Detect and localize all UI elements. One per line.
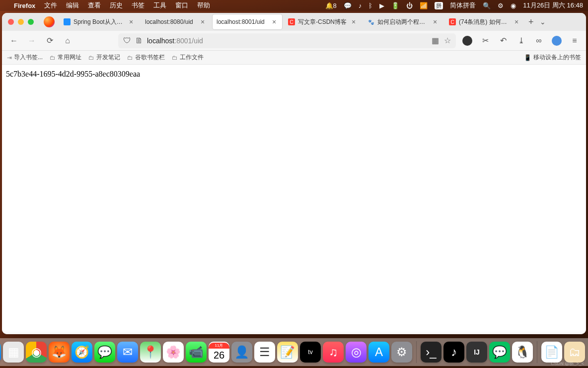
bookmark-star-icon[interactable]: ☆ (444, 36, 451, 45)
favicon-icon: 🐾 (368, 18, 374, 25)
tab-2-active[interactable]: localhost:8001/uid × (213, 14, 282, 29)
menubar-left: Firefox 文件 编辑 查看 历史 书签 工具 窗口 帮助 (5, 1, 210, 10)
qq-icon[interactable]: 🐧 (512, 342, 533, 363)
close-tab-icon[interactable]: × (350, 18, 358, 26)
wechat-dock-icon[interactable]: 💬 (489, 342, 510, 363)
minimize-window-button[interactable] (18, 19, 24, 25)
tiktok-dock-icon[interactable]: ♪ (443, 342, 464, 363)
close-tab-icon[interactable]: × (199, 18, 207, 26)
intellij-icon[interactable]: IJ (466, 342, 487, 363)
app-menu-icon[interactable]: ≡ (568, 34, 581, 47)
bookmark-folder-2[interactable]: 🗀谷歌书签栏 (127, 53, 165, 62)
input-method-label[interactable]: 简体拼音 (450, 1, 476, 10)
new-tab-button[interactable]: + (528, 17, 534, 27)
desktop-stack-icon[interactable]: 🗂 (564, 342, 585, 363)
address-bar[interactable]: 🛡 🗎 localhost:8001/uid ▦ ☆ (118, 33, 456, 48)
menu-edit[interactable]: 编辑 (66, 1, 79, 10)
import-bookmarks-label: 导入书签... (14, 53, 43, 62)
import-bookmarks-button[interactable]: ⇥ 导入书签... (7, 53, 43, 62)
bookmark-folder-3[interactable]: 🗀工作文件 (172, 53, 204, 62)
addr-security: 🛡 🗎 (123, 36, 143, 45)
mail-icon[interactable]: ✉ (117, 342, 138, 363)
bookmark-label: 谷歌书签栏 (135, 53, 165, 62)
datetime[interactable]: 11月26日 周六 16:48 (523, 1, 583, 10)
folder-icon: 🗀 (172, 54, 178, 61)
tab-0[interactable]: Spring Boot从入门到实战 × (60, 14, 139, 29)
calendar-icon[interactable]: 11月26 (209, 342, 229, 363)
menu-window[interactable]: 窗口 (175, 1, 188, 10)
music-icon[interactable]: ♫ (323, 342, 344, 363)
favicon-icon: C (288, 18, 295, 25)
user-icon[interactable]: ⏻ (406, 2, 413, 9)
launchpad-icon[interactable]: ▦ (3, 342, 24, 363)
reminders-icon[interactable]: ☰ (254, 342, 275, 363)
mobile-bookmarks-button[interactable]: 📱 移动设备上的书签 (524, 53, 581, 62)
tab-title: Spring Boot从入门到实战 (74, 18, 124, 26)
messages-icon[interactable]: 💬 (94, 342, 115, 363)
facetime-icon[interactable]: 📹 (186, 342, 207, 363)
wechat-status-icon[interactable]: 💬 (344, 2, 352, 9)
tab-1[interactable]: localhost:8080/uid × (141, 14, 211, 29)
firefox-dock-icon[interactable]: 🦊 (49, 342, 70, 363)
close-tab-icon[interactable]: × (270, 18, 278, 26)
tiktok-status-icon[interactable]: ♪ (359, 2, 362, 9)
photos-icon[interactable]: 🌸 (163, 342, 184, 363)
battery-icon[interactable]: 🔋 (391, 2, 399, 9)
menu-history[interactable]: 历史 (110, 1, 123, 10)
input-method-icon[interactable]: 拼 (435, 2, 443, 9)
contacts-icon[interactable]: 👤 (231, 342, 252, 363)
folder-icon: 🗀 (88, 54, 94, 61)
playback-icon[interactable]: ▶ (379, 2, 384, 9)
safari-icon[interactable]: 🧭 (72, 342, 92, 363)
settings-icon[interactable]: ⚙ (391, 342, 412, 363)
reload-button[interactable]: ⟳ (43, 34, 57, 48)
menu-tools[interactable]: 工具 (153, 1, 166, 10)
terminal-icon[interactable]: ›_ (421, 342, 441, 363)
tab-3[interactable]: C 写文章-CSDN博客 × (284, 14, 362, 29)
notification-icon[interactable]: 🔔8 (325, 2, 337, 9)
close-tab-icon[interactable]: × (513, 18, 520, 26)
wifi-icon[interactable]: 📶 (420, 2, 428, 9)
tab-title: localhost:8080/uid (145, 18, 196, 25)
tab-5[interactable]: C (74条消息) 如何在IntelliJ × (445, 14, 524, 29)
document-icon[interactable]: 📄 (541, 342, 562, 363)
pocket-icon[interactable]: ⤓ (514, 34, 527, 47)
home-button[interactable]: ⌂ (61, 34, 74, 48)
extension-puppet-icon[interactable] (461, 34, 474, 47)
close-tab-icon[interactable]: × (431, 18, 439, 26)
chrome-icon[interactable]: ◉ (26, 342, 47, 363)
sync-icon[interactable]: ∞ (532, 34, 545, 47)
page-info-icon[interactable]: 🗎 (135, 36, 143, 45)
menu-file[interactable]: 文件 (44, 1, 57, 10)
spotlight-icon[interactable]: 🔍 (483, 2, 491, 9)
close-window-button[interactable] (8, 19, 14, 25)
account-icon[interactable] (550, 34, 563, 47)
screenshot-icon[interactable]: ✂ (479, 34, 492, 47)
shield-icon[interactable]: 🛡 (123, 36, 131, 45)
siri-icon[interactable]: ◉ (511, 2, 516, 9)
tab-title: (74条消息) 如何在IntelliJ (459, 18, 510, 26)
appstore-icon[interactable]: A (368, 342, 389, 363)
podcasts-icon[interactable]: ◎ (346, 342, 367, 363)
import-icon: ⇥ (7, 54, 12, 61)
all-tabs-button[interactable]: ⌄ (540, 18, 546, 26)
undo-nav-icon[interactable]: ↶ (497, 34, 510, 47)
close-tab-icon[interactable]: × (127, 18, 135, 26)
appletv-icon[interactable]: tv (300, 342, 321, 363)
bluetooth-icon[interactable]: ᛒ (368, 2, 372, 9)
maps-icon[interactable]: 📍 (140, 342, 161, 363)
menubar-app-name[interactable]: Firefox (14, 2, 35, 9)
maximize-window-button[interactable] (28, 19, 34, 25)
tab-4[interactable]: 🐾 如何启动两个程序实例 Io × (364, 14, 443, 29)
notes-icon[interactable]: 📝 (277, 342, 298, 363)
menu-help[interactable]: 帮助 (197, 1, 210, 10)
control-center-icon[interactable]: ⚙ (498, 2, 504, 9)
bookmark-folder-1[interactable]: 🗀开发笔记 (88, 53, 120, 62)
forward-button[interactable]: → (25, 34, 39, 48)
qr-icon[interactable]: ▦ (432, 36, 439, 45)
menu-view[interactable]: 查看 (88, 1, 101, 10)
menu-bookmarks[interactable]: 书签 (132, 1, 145, 10)
finder-icon[interactable]: ☺ (0, 342, 1, 363)
bookmark-folder-0[interactable]: 🗀常用网址 (50, 53, 81, 62)
back-button[interactable]: ← (7, 34, 21, 48)
